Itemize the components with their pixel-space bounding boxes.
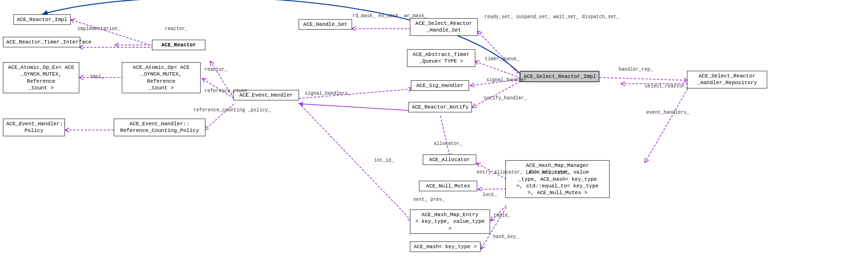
node-ace-reactor-timer-interface: ACE_Reactor_Timer_Interface [3, 37, 80, 47]
svg-line-13 [472, 81, 521, 108]
node-ace-select-reactor-handle-set: ACE_Select_Reactor _Handle_Set [410, 18, 478, 36]
node-ace-null-mutex: ACE_Null_Mutex [419, 181, 477, 191]
node-ace-select-reactor-impl: ACE_Select_Reactor_Impl [520, 71, 600, 82]
label-hash-key: hash_key_ [493, 234, 519, 240]
node-ace-reactor-notify: ACE_Reactor_Notify [408, 102, 472, 112]
node-ace-reactor: ACE_Reactor [152, 40, 205, 50]
node-ace-abstract-timer-queue: ACE_Abstract_Timer _Queue< TYPE > [407, 49, 475, 67]
label-ready-set: ready_set_ suspend_set_ wait_set_ dispat… [484, 14, 619, 20]
svg-line-20 [478, 189, 506, 189]
node-ace-hash-map-manager-ex: ACE_Hash_Map_Manager _Ex< key_type, valu… [505, 160, 610, 198]
svg-line-16 [645, 88, 688, 163]
label-impl: impl_ [90, 74, 104, 79]
label-entry-allocator: entry_allocator_ table_allocator_ [477, 170, 571, 175]
node-ace-event-handler-policy: ACE_Event_Handler:: Policy [3, 119, 65, 136]
label-implementation: implementation_ [77, 26, 120, 32]
svg-line-18 [440, 116, 450, 158]
label-signal-handlers: signal_handlers_ [305, 91, 351, 96]
node-ace-handle-set: ACE_Handle_Set [299, 19, 352, 30]
label-notify-handler: notify_handler_ [484, 96, 527, 101]
label-rd-mask: rd_mask_ ex_mask_ wr_mask_ [353, 13, 427, 19]
label-table: table_ [493, 213, 511, 218]
label-reference-counting-policy: reference_counting _policy_ [193, 108, 271, 113]
node-ace-hash-map-entry: ACE_Hash_Map_Entry < key_type, value_typ… [410, 209, 490, 234]
svg-line-24 [299, 104, 410, 110]
label-event-handlers: event_handlers_ [646, 110, 689, 115]
label-lock: lock_ [482, 192, 497, 197]
node-ace-event-handler-ref-counting: ACE_Event_Handler:: Reference_Counting_P… [114, 119, 205, 136]
node-ace-allocator: ACE_Allocator [423, 154, 476, 165]
label-handler-rep: handler_rep_ [619, 67, 653, 72]
label-reactor-1: reactor_ [165, 26, 188, 32]
node-ace-atomic-op: ACE_Atomic_Op< ACE _SYNCH_MUTEX, Referen… [122, 62, 201, 93]
node-ace-atomic-op-ex: ACE_Atomic_Op_Ex< ACE _SYNCH_MUTEX, Refe… [3, 62, 79, 93]
diagram-container: ACE_Reactor_Impl ACE_Reactor_Timer_Inter… [0, 0, 868, 274]
svg-line-17 [299, 103, 412, 221]
label-timer-queue: timer_queue_ [485, 56, 519, 62]
label-reference-count: reference_count_ [204, 88, 250, 94]
node-ace-sig-handler: ACE_Sig_Handler [411, 80, 469, 91]
node-ace-hash-key-type: ACE_Hash< key_type > [410, 241, 481, 252]
node-ace-reactor-impl: ACE_Reactor_Impl [13, 14, 71, 25]
label-allocator: allocator_ [434, 141, 462, 146]
label-next-prev: next_ prev_ [413, 197, 445, 202]
label-signal-handler: signal_handler_ [486, 77, 529, 83]
label-int-id: int_id_ [374, 158, 394, 163]
svg-line-11 [475, 61, 521, 78]
label-select-reactor: select_reactor_ [645, 84, 688, 89]
svg-line-10 [478, 31, 521, 77]
node-ace-select-reactor-handler-repository: ACE_Select_Reactor _Handler_Repository [687, 71, 767, 88]
svg-line-14 [600, 77, 688, 80]
label-reactor-2: reactor_ [204, 67, 227, 72]
